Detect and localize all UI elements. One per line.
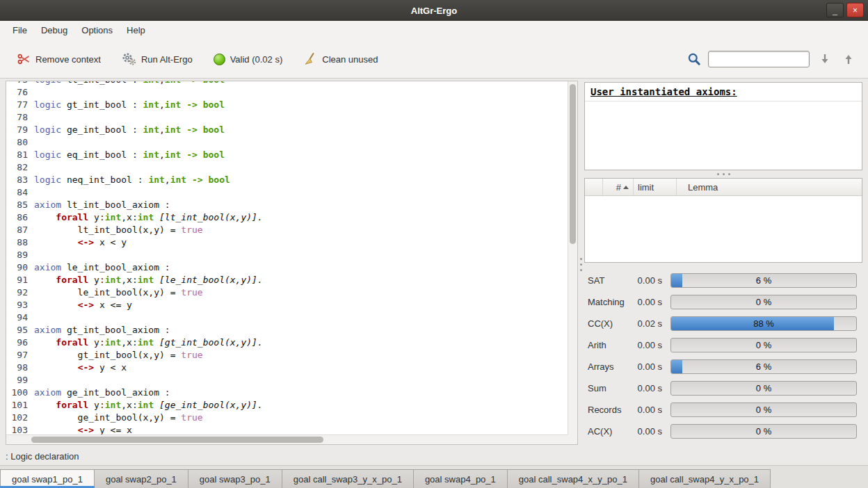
- valid-status: Valid (0.02 s): [214, 54, 283, 65]
- menu-item-help[interactable]: Help: [120, 21, 152, 40]
- clean-unused-button[interactable]: Clean unused: [303, 52, 378, 66]
- close-button[interactable]: ×: [846, 3, 864, 17]
- line-number: 78: [6, 112, 34, 124]
- stat-row: Matching0.00 s0 %: [584, 291, 862, 313]
- tab-goal-swap4-po-1[interactable]: goal swap4_po_1: [413, 469, 508, 488]
- stat-row: AC(X)0.00 s0 %: [584, 421, 862, 442]
- code-text: forall y:int,x:int [ge_int_bool(x,y)].: [34, 400, 263, 412]
- jump-up-button[interactable]: [840, 51, 857, 67]
- stat-label: CC(X): [584, 318, 629, 329]
- run-alt-ergo-button[interactable]: Run Alt-Ergo: [122, 52, 193, 66]
- code-line: 87 lt_int_bool(x,y) = true: [6, 225, 263, 237]
- line-number: 83: [6, 174, 34, 187]
- tab-goal-call-swap3-y-x-po-1[interactable]: goal call_swap3_y_x_po_1: [282, 469, 414, 488]
- minimize-button[interactable]: _: [826, 3, 844, 17]
- code-line: 90axiom le_int_bool_axiom :: [6, 262, 263, 275]
- code-line: 94: [6, 312, 263, 325]
- progress-text: 0 %: [671, 339, 856, 352]
- code-text: <-> y < x: [34, 362, 127, 375]
- code-line: 97 gt_int_bool(x,y) = true: [6, 350, 263, 362]
- line-number: 92: [6, 287, 34, 300]
- remove-context-button[interactable]: Remove context: [17, 52, 101, 66]
- code-line: 76: [6, 87, 263, 99]
- stat-progressbar: 6 %: [670, 359, 857, 374]
- line-number: 89: [6, 250, 34, 262]
- code-text: axiom lt_int_bool_axiom :: [34, 200, 170, 212]
- line-number: 77: [6, 99, 34, 112]
- code-line: 96 forall y:int,x:int [gt_int_bool(x,y)]…: [6, 337, 263, 350]
- line-number: 81: [6, 149, 34, 162]
- stat-time: 0.00 s: [629, 275, 662, 286]
- line-number: 102: [6, 412, 34, 425]
- code-line: 99: [6, 375, 263, 387]
- code-line: 91 forall y:int,x:int [le_int_bool(x,y)]…: [6, 275, 263, 287]
- code-line: 93 <-> x <= y: [6, 300, 263, 312]
- code-line: 85axiom lt_int_bool_axiom :: [6, 200, 263, 212]
- line-number: 94: [6, 312, 34, 325]
- code-text: logic gt_int_bool : int,int -> bool: [34, 99, 225, 112]
- progress-text: 0 %: [671, 382, 856, 395]
- code-text: forall y:int,x:int [le_int_bool(x,y)].: [34, 275, 263, 287]
- line-number: 75: [6, 81, 34, 87]
- menu-item-file[interactable]: File: [6, 21, 34, 40]
- code-text: forall y:int,x:int [gt_int_bool(x,y)].: [34, 337, 263, 350]
- code-text: logic ge_int_bool : int,int -> bool: [34, 124, 225, 137]
- table-col-lemma[interactable]: Lemma: [677, 179, 862, 195]
- line-number: 84: [6, 187, 34, 200]
- code-viewport[interactable]: 75logic lt_int_bool : int,int -> bool767…: [6, 81, 568, 434]
- title-bar: AltGr-Ergo _ ×: [0, 0, 868, 21]
- tab-goal-swap2-po-1[interactable]: goal swap2_po_1: [94, 469, 188, 488]
- window-title: AltGr-Ergo: [411, 6, 457, 16]
- line-number: 91: [6, 275, 34, 287]
- jump-down-button[interactable]: [817, 51, 833, 67]
- code-editor[interactable]: 75logic lt_int_bool : int,int -> bool767…: [6, 81, 578, 445]
- line-number: 86: [6, 212, 34, 225]
- tab-goal-swap1-po-1[interactable]: goal swap1_po_1: [0, 469, 95, 488]
- horizontal-scrollbar-thumb[interactable]: [31, 437, 323, 443]
- axioms-panel-title: User instantiated axioms:: [585, 83, 862, 101]
- code-text: <-> x < y: [34, 237, 127, 250]
- code-text: axiom ge_int_bool_axiom :: [34, 387, 170, 400]
- toolbar-search-group: [687, 40, 857, 78]
- horizontal-pane-divider-grip[interactable]: [706, 171, 741, 177]
- code-text: gt_int_bool(x,y) = true: [34, 350, 203, 362]
- stat-row: Records0.00 s0 %: [584, 399, 862, 421]
- code-text: axiom le_int_bool_axiom :: [34, 262, 170, 275]
- remove-context-label: Remove context: [35, 54, 101, 65]
- line-number: 98: [6, 362, 34, 375]
- horizontal-scrollbar[interactable]: [6, 434, 568, 444]
- table-col-spacer: [585, 179, 603, 195]
- stat-time: 0.00 s: [629, 426, 662, 437]
- lemma-table-header: # limit Lemma: [585, 179, 862, 196]
- search-icon: [687, 52, 701, 66]
- stat-progressbar: 0 %: [670, 424, 857, 439]
- line-number: 100: [6, 387, 34, 400]
- stat-progressbar: 6 %: [670, 273, 857, 288]
- tab-goal-call-swap4-y-x-po-1[interactable]: goal call_swap4_y_x_po_1: [638, 469, 771, 488]
- line-number: 82: [6, 162, 34, 174]
- broom-icon: [303, 52, 317, 66]
- tab-goal-swap3-po-1[interactable]: goal swap3_po_1: [188, 469, 282, 488]
- tab-goal-call-swap4-x-y-po-1[interactable]: goal call_swap4_x_y_po_1: [507, 469, 639, 488]
- vertical-scrollbar[interactable]: [568, 81, 577, 434]
- menu-item-debug[interactable]: Debug: [34, 21, 74, 40]
- table-col-limit[interactable]: limit: [634, 179, 677, 195]
- stat-row: CC(X)0.02 s88 %: [584, 313, 862, 334]
- stat-row: Arith0.00 s0 %: [584, 334, 862, 356]
- code-line: 89: [6, 250, 263, 262]
- vertical-scrollbar-thumb[interactable]: [570, 84, 576, 244]
- menu-bar: FileDebugOptionsHelp: [0, 21, 868, 40]
- progress-text: 6 %: [671, 274, 856, 287]
- stat-progressbar: 0 %: [670, 402, 857, 417]
- menu-item-options[interactable]: Options: [74, 21, 120, 40]
- code-text: ge_int_bool(x,y) = true: [34, 412, 203, 425]
- code-text: axiom gt_int_bool_axiom :: [34, 325, 170, 337]
- line-number: 88: [6, 237, 34, 250]
- line-number: 76: [6, 87, 34, 99]
- search-input[interactable]: [708, 51, 810, 67]
- pane-divider-grip[interactable]: [579, 250, 584, 278]
- table-col-number[interactable]: #: [603, 179, 634, 195]
- code-line: 92 le_int_bool(x,y) = true: [6, 287, 263, 300]
- code-text: le_int_bool(x,y) = true: [34, 287, 203, 300]
- line-number: 96: [6, 337, 34, 350]
